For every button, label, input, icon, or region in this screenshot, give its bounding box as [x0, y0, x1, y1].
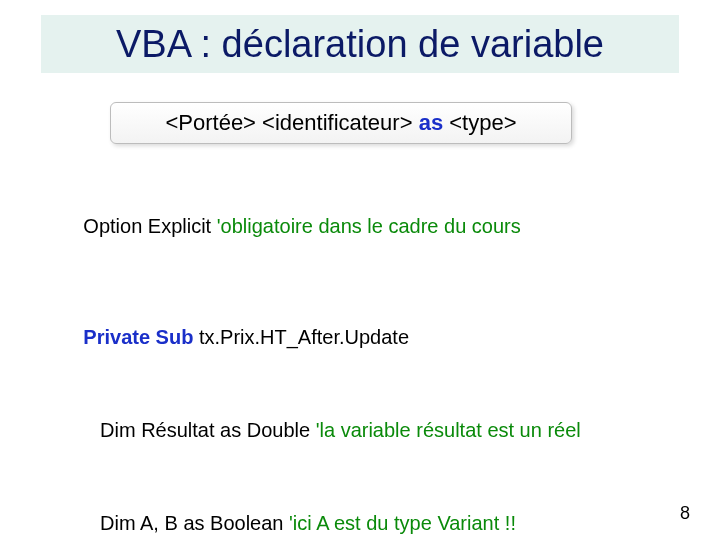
slide-title: VBA : déclaration de variable — [40, 14, 680, 74]
sub-name: tx.Prix.HT_After.Update — [199, 326, 409, 348]
dim1-type: Double — [247, 419, 310, 441]
page-number: 8 — [680, 503, 690, 524]
dim1-kw: Dim — [100, 419, 136, 441]
dim2-as: as — [183, 512, 204, 534]
dim1-var: Résultat — [141, 419, 214, 441]
syntax-box: <Portée> <identificateur> as <type> — [110, 102, 572, 144]
syntax-part1: <Portée> <identificateur> — [165, 110, 412, 135]
slide: VBA : déclaration de variable <Portée> <… — [0, 0, 720, 540]
dim2-vars: A, B — [140, 512, 178, 534]
syntax-keyword: as — [419, 110, 443, 135]
code-block: Option Explicit 'obligatoire dans le cad… — [50, 180, 670, 540]
syntax-part2: <type> — [449, 110, 516, 135]
dim1-comment: 'la variable résultat est un réel — [316, 419, 581, 441]
dim1-as: as — [220, 419, 241, 441]
dim2-kw: Dim — [100, 512, 136, 534]
option-explicit: Option Explicit — [83, 215, 211, 237]
dim2-comment: 'ici A est du type Variant !! — [289, 512, 516, 534]
option-comment: 'obligatoire dans le cadre du cours — [217, 215, 521, 237]
private-sub: Private Sub — [83, 326, 193, 348]
dim2-type: Boolean — [210, 512, 283, 534]
